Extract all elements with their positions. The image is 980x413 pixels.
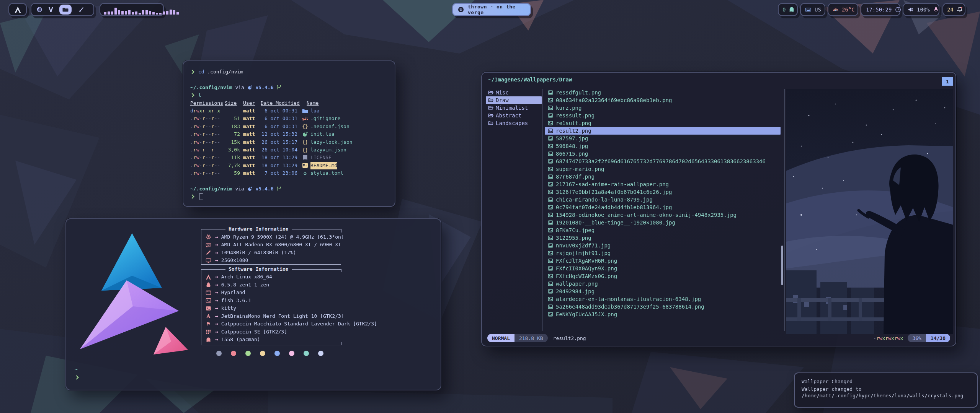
file-row[interactable]: re1sult.png <box>545 119 781 127</box>
workspace-vim[interactable]: V <box>49 7 53 13</box>
file-row[interactable]: rsjqojlmjhf91.jpg <box>545 249 781 257</box>
audio-module[interactable]: 100% <box>903 3 939 16</box>
file-row[interactable]: 154928-odinokoe_anime-art-anime-okno-sin… <box>545 211 781 219</box>
file-row[interactable]: 8FKa7Cu.jpeg <box>545 226 781 234</box>
file-row[interactable]: 866715.png <box>545 150 781 158</box>
image-file-icon <box>548 189 553 195</box>
dir-label: Landscapes <box>496 119 528 127</box>
json-icon: {} <box>302 124 308 129</box>
image-file-icon <box>548 258 553 263</box>
image-file-icon <box>548 143 553 149</box>
palette-dot <box>216 351 222 356</box>
file-row[interactable]: atardecer-en-la-montanas-ilustracion-634… <box>545 295 781 303</box>
folder-open-icon <box>488 120 493 126</box>
file-row[interactable]: super-mario.png <box>545 165 781 173</box>
tab-badge[interactable]: 1 <box>942 77 953 86</box>
file-name: lua <box>310 107 319 115</box>
file-row[interactable]: EeNKYgIUcAAJ5JX.png <box>545 311 781 318</box>
fetch-prompt[interactable]: ~ <box>75 366 80 381</box>
file-name: result2.png <box>556 127 591 135</box>
file-name: 68747470733a2f2f696d616765732d7769786d70… <box>556 158 766 165</box>
file-row[interactable]: 20492984.jpg <box>545 288 781 295</box>
arrow-right-icon: → <box>215 320 218 328</box>
file-row[interactable]: 68747470733a2f2f696d616765732d7769786d70… <box>545 158 781 165</box>
prompt-chevron-icon <box>190 195 194 199</box>
file-row[interactable]: 3126f7e9bbf21a8a4af0b67b041c6e26.jpg <box>545 188 781 196</box>
arrow-right-icon: → <box>215 249 218 257</box>
folder-open-icon <box>488 98 493 103</box>
file-row[interactable]: result2.png <box>545 127 781 135</box>
info-text: kitty <box>221 304 236 312</box>
image-file-icon <box>548 120 553 126</box>
visualizer-bar <box>118 10 120 14</box>
app-launcher-button[interactable] <box>8 3 27 16</box>
file-row[interactable]: 0c794faf07de24a4db4d4fb1eb813964.jpg <box>545 203 781 211</box>
workspace-firefox[interactable] <box>36 7 42 13</box>
file-row[interactable]: 87r687df.png <box>545 173 781 180</box>
audio-visualizer[interactable] <box>100 3 164 16</box>
file-name: init.lua <box>310 130 335 138</box>
memory-icon <box>206 250 211 255</box>
workspace-files-active[interactable] <box>59 5 72 15</box>
sidebar-dir-landscapes[interactable]: Landscapes <box>486 119 542 127</box>
file-row[interactable]: 217167-sad-anime-rain-wallpaper.png <box>545 180 781 188</box>
software-info-title: Software Information <box>201 265 434 273</box>
sidebar-dir-abstract[interactable]: Abstract <box>486 112 542 119</box>
weather-module[interactable]: 26°C <box>828 3 858 16</box>
cpu-icon <box>206 234 211 240</box>
pacman-icon <box>206 337 211 343</box>
file-name: FXfcJlTXgAMvH6R.png <box>556 257 617 265</box>
file-row[interactable]: 5a266e448add93deab367d87173e9f25-6837886… <box>545 303 781 311</box>
selected-file-name: result2.png <box>553 335 586 341</box>
visualizer-bar <box>128 10 131 14</box>
palette-dot <box>245 351 251 356</box>
file-row[interactable]: nnvuv0xj2df71.jpg <box>545 242 781 249</box>
folder-open-icon <box>488 113 493 118</box>
visualizer-bar <box>149 11 151 15</box>
file-name: 866715.png <box>556 150 588 158</box>
visualizer-bar <box>114 8 117 15</box>
file-row[interactable]: 3122955.png <box>545 234 781 242</box>
file-name: 8FKa7Cu.jpeg <box>556 226 595 234</box>
file-row[interactable]: chica-mirando-la-luna-8799.jpg <box>545 196 781 203</box>
sidebar-dir-misc[interactable]: Misc <box>486 89 542 96</box>
file-row[interactable]: wallpaper.png <box>545 280 781 288</box>
keyboard-layout-module[interactable]: US <box>800 3 825 16</box>
git-icon: git <box>302 115 308 122</box>
arch-icon <box>14 6 21 13</box>
file-row[interactable]: ressdfgult.png <box>545 89 781 96</box>
file-row[interactable]: kurz.png <box>545 104 781 112</box>
file-name: rsjqojlmjhf91.jpg <box>556 249 611 257</box>
file-row[interactable]: 587597.jpg <box>545 135 781 142</box>
notification-popup[interactable]: Wallpaper Changed Wallpaper changed to /… <box>794 372 978 408</box>
terminal-input-line[interactable] <box>190 193 388 200</box>
ls-file-row: .rw-r--r--183matt6 oct 00:31{}.neoconf.j… <box>190 123 388 130</box>
folder-icon <box>302 108 308 114</box>
file-list-scrollbar[interactable] <box>781 246 783 285</box>
image-file-icon <box>548 212 553 218</box>
clock-module[interactable]: 17:50:29 <box>861 3 900 16</box>
sidebar-dir-draw[interactable]: Draw <box>486 96 542 104</box>
image-file-icon <box>548 235 553 241</box>
file-name: README.md <box>310 162 337 169</box>
file-row[interactable]: FXfcJlTXgAMvH6R.png <box>545 257 781 265</box>
file-row[interactable]: 19201080-__blue-tinge__-1920×1080.jpg <box>545 219 781 226</box>
info-text: 6.5.8-zen1-1-zen <box>221 281 269 289</box>
sidebar-dir-minimalist[interactable]: Minimalist <box>486 104 542 112</box>
updates-module[interactable]: 0 <box>778 3 798 16</box>
info-text: Arch Linux x86_64 <box>221 273 272 281</box>
image-preview-pane <box>786 89 953 334</box>
now-playing-widget[interactable]: thrown - on the verge <box>452 3 531 16</box>
file-row[interactable]: FXfcHgcWIAMzs0G.png <box>545 272 781 280</box>
workspace-paint[interactable] <box>78 7 84 13</box>
lua-version: v5.4.6 <box>256 84 274 91</box>
file-row[interactable]: resssult.png <box>545 112 781 119</box>
file-row[interactable]: 596848.jpg <box>545 142 781 150</box>
prompt-chevron-icon <box>74 375 78 379</box>
file-name: LICENSE <box>310 154 332 161</box>
file-row[interactable]: FXfcII0X0AQyn9X.png <box>545 265 781 272</box>
notifications-module[interactable]: 24 <box>942 3 965 16</box>
file-row[interactable]: 08a634fa02a32364f69ebc86a98eb1eb.png <box>545 96 781 104</box>
file-name: 217167-sad-anime-rain-wallpaper.png <box>556 180 669 188</box>
hardware-info-section: Hardware Information →AMD Ryzen 9 5900X … <box>201 225 434 265</box>
